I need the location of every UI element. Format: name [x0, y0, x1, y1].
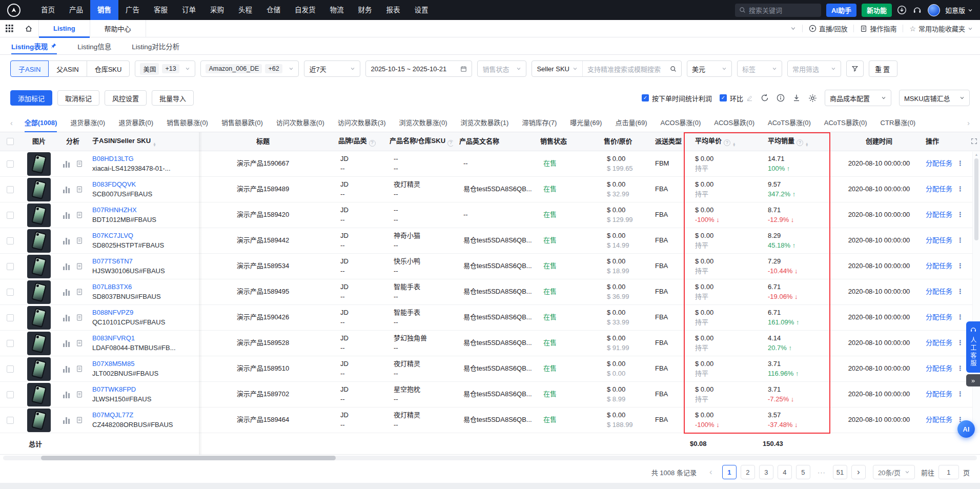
- page-button[interactable]: 5: [796, 465, 810, 479]
- analysis-chart-icon[interactable]: [63, 289, 70, 296]
- page-button[interactable]: 1: [722, 465, 737, 479]
- analysis-chart-icon[interactable]: [63, 417, 70, 424]
- collapse-panel-button[interactable]: [966, 374, 980, 386]
- headset-support-icon[interactable]: [912, 5, 923, 15]
- more-actions-icon[interactable]: [957, 364, 964, 372]
- product-image[interactable]: [27, 255, 51, 278]
- analysis-chart-icon[interactable]: [63, 365, 70, 373]
- page-button[interactable]: 51: [833, 465, 847, 479]
- product-image[interactable]: [27, 203, 51, 227]
- topnav-menu-item[interactable]: 订单: [175, 0, 203, 20]
- fullscreen-expand-icon[interactable]: [971, 138, 977, 145]
- store-select[interactable]: Amazon_006_DE +62: [200, 60, 299, 77]
- row-checkbox[interactable]: [7, 186, 14, 193]
- select-all-checkbox[interactable]: [7, 138, 14, 145]
- new-feature-button[interactable]: 新功能: [862, 4, 892, 17]
- guide-link[interactable]: 操作指南: [860, 24, 896, 33]
- horizontal-scrollbar[interactable]: [0, 455, 980, 461]
- summary-mode-select[interactable]: MSKU店铺汇总: [899, 90, 970, 106]
- version-switcher[interactable]: 如意版: [945, 5, 973, 15]
- analysis-doc-icon[interactable]: [76, 211, 83, 219]
- analysis-chart-icon[interactable]: [63, 391, 70, 398]
- common-filter-select[interactable]: 常用筛选: [787, 60, 841, 77]
- more-actions-icon[interactable]: [957, 339, 964, 347]
- analysis-doc-icon[interactable]: [76, 288, 83, 296]
- assign-task-link[interactable]: 分配任务: [926, 416, 952, 423]
- customer-service-button[interactable]: 人工客服: [966, 321, 980, 373]
- sort-icon[interactable]: [805, 142, 808, 147]
- tab-listing[interactable]: Listing: [38, 20, 90, 37]
- row-checkbox[interactable]: [7, 160, 14, 168]
- stat-tab[interactable]: ACOS暴涨(0): [661, 114, 701, 132]
- date-range-picker[interactable]: 2025-10-15 ~ 2025-10-21: [365, 60, 472, 77]
- assign-task-link[interactable]: 分配任务: [926, 390, 952, 398]
- currency-select[interactable]: 美元: [687, 60, 732, 77]
- scrollbar-thumb[interactable]: [41, 456, 336, 460]
- vertical-scrollbar[interactable]: ▲: [972, 152, 980, 433]
- stat-tab[interactable]: 销售额暴跌(0): [221, 114, 263, 132]
- assign-task-link[interactable]: 分配任务: [926, 339, 952, 347]
- analysis-doc-icon[interactable]: [76, 262, 83, 270]
- subtab-listing-info[interactable]: Listing信息: [77, 37, 111, 54]
- ai-floating-button[interactable]: AI: [957, 420, 975, 438]
- topnav-menu-item[interactable]: 销售: [90, 0, 118, 20]
- pin-icon[interactable]: [50, 43, 57, 49]
- tab-help-center[interactable]: 帮助中心: [90, 20, 146, 37]
- asin-link[interactable]: B07MQJL77Z: [92, 411, 195, 420]
- home-icon[interactable]: [19, 25, 38, 33]
- topnav-menu-item[interactable]: 首页: [34, 0, 62, 20]
- stat-tab[interactable]: 销售额暴涨(0): [167, 114, 208, 132]
- stat-tab[interactable]: 曝光量(69): [570, 114, 602, 132]
- scrollbar-thumb[interactable]: [974, 158, 978, 240]
- topnav-menu-item[interactable]: 报表: [379, 0, 407, 20]
- assign-task-link[interactable]: 分配任务: [926, 364, 952, 372]
- help-icon[interactable]: [724, 139, 730, 146]
- global-search-input[interactable]: 搜索关键词: [735, 4, 821, 17]
- row-checkbox[interactable]: [7, 289, 14, 296]
- analysis-chart-icon[interactable]: [63, 237, 70, 244]
- row-checkbox[interactable]: [7, 391, 14, 398]
- analysis-doc-icon[interactable]: [76, 314, 83, 321]
- stat-tab[interactable]: 退货暴跌(0): [118, 114, 153, 132]
- asin-link[interactable]: B07KC7JLVQ: [92, 231, 195, 241]
- topnav-menu-item[interactable]: 设置: [407, 0, 436, 20]
- page-button[interactable]: 2: [741, 465, 755, 479]
- profit-by-order-time-checkbox[interactable]: 按下单时间统计利润: [642, 93, 712, 103]
- sort-icon[interactable]: [153, 142, 156, 147]
- stat-tab[interactable]: CTR暴涨(0): [881, 114, 916, 132]
- topnav-menu-item[interactable]: 头程: [231, 0, 259, 20]
- download-center-icon[interactable]: [897, 5, 907, 15]
- analysis-doc-icon[interactable]: [76, 237, 83, 244]
- row-checkbox[interactable]: [7, 237, 14, 244]
- topnav-menu-item[interactable]: 客服: [147, 0, 175, 20]
- stat-tab[interactable]: 滞销库存(7): [522, 114, 557, 132]
- goto-page-input[interactable]: 1: [938, 465, 959, 479]
- cost-config-select[interactable]: 商品成本配置: [825, 90, 891, 106]
- help-icon[interactable]: [447, 140, 453, 147]
- more-actions-icon[interactable]: [957, 262, 964, 270]
- asin-link[interactable]: B077TS6TN7: [92, 257, 195, 267]
- stat-tabs-next-icon[interactable]: ›: [962, 119, 975, 127]
- add-mark-button[interactable]: 添加标记: [10, 90, 52, 106]
- product-image[interactable]: [27, 152, 51, 176]
- favorites-link[interactable]: ☆ 常用功能收藏夹: [909, 24, 973, 33]
- ratio-checkbox[interactable]: 环比: [720, 93, 753, 103]
- stat-tab[interactable]: 点击量(69): [615, 114, 647, 132]
- topnav-menu-item[interactable]: 自发货: [288, 0, 323, 20]
- more-actions-icon[interactable]: [957, 236, 964, 244]
- analysis-doc-icon[interactable]: [76, 186, 83, 193]
- product-image[interactable]: [27, 178, 51, 201]
- search-type-select[interactable]: Seller SKU: [532, 61, 583, 76]
- asin-link[interactable]: B08HD13LTG: [92, 154, 195, 164]
- analysis-chart-icon[interactable]: [63, 263, 70, 270]
- stat-tab[interactable]: 浏览次数暴跌(1): [461, 114, 509, 132]
- sort-icon[interactable]: [732, 142, 736, 147]
- row-checkbox[interactable]: [7, 340, 14, 347]
- assign-task-link[interactable]: 分配任务: [926, 159, 952, 167]
- page-button[interactable]: 4: [778, 465, 792, 479]
- analysis-chart-icon[interactable]: [63, 314, 70, 321]
- product-image[interactable]: [27, 306, 51, 330]
- topnav-menu-item[interactable]: 广告: [118, 0, 147, 20]
- analysis-chart-icon[interactable]: [63, 212, 70, 219]
- product-image[interactable]: [27, 357, 51, 381]
